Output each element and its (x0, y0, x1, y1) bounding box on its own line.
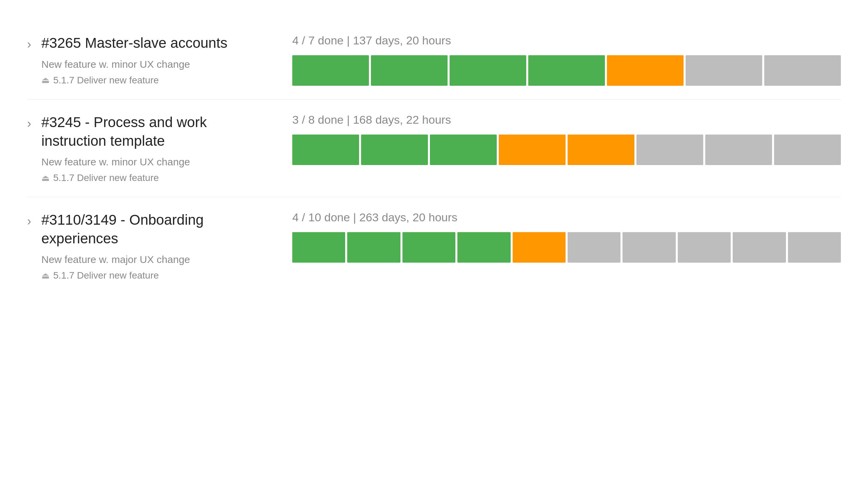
bar-segment-green (430, 135, 497, 165)
chevron-right-icon[interactable]: › (27, 117, 31, 131)
feature-item: ›#3110/3149 - Onboarding experiencesNew … (27, 197, 841, 294)
bar-segment-orange (568, 135, 634, 165)
feature-subtitle: New feature w. major UX change (41, 254, 272, 265)
stats-label: 3 / 8 done | 168 days, 22 hours (292, 113, 841, 126)
feature-progress-section: 3 / 8 done | 168 days, 22 hours (272, 113, 841, 165)
feature-info: #3265 Master-slave accountsNew feature w… (41, 34, 272, 86)
feature-tag: ⏏5.1.7 Deliver new feature (41, 270, 272, 281)
feature-info: #3245 - Process and work instruction tem… (41, 113, 272, 183)
feature-subtitle: New feature w. minor UX change (41, 156, 272, 168)
progress-bar (292, 55, 841, 86)
bar-segment-gray (764, 55, 841, 86)
feature-tag: ⏏5.1.7 Deliver new feature (41, 75, 272, 86)
stats-label: 4 / 7 done | 137 days, 20 hours (292, 34, 841, 47)
bar-segment-gray (705, 135, 772, 165)
feature-subtitle: New feature w. minor UX change (41, 59, 272, 70)
feature-progress-section: 4 / 7 done | 137 days, 20 hours (272, 34, 841, 86)
feature-item: ›#3265 Master-slave accountsNew feature … (27, 20, 841, 100)
bar-segment-green (292, 232, 345, 263)
bar-segment-green (450, 55, 526, 86)
bar-segment-gray (774, 135, 841, 165)
bar-segment-green (361, 135, 428, 165)
tag-label: 5.1.7 Deliver new feature (53, 270, 159, 281)
bar-segment-gray (678, 232, 731, 263)
tag-label: 5.1.7 Deliver new feature (53, 75, 159, 86)
bar-segment-gray (636, 135, 703, 165)
tag-icon: ⏏ (41, 75, 50, 85)
bar-segment-gray (733, 232, 786, 263)
stats-label: 4 / 10 done | 263 days, 20 hours (292, 211, 841, 224)
tag-icon: ⏏ (41, 173, 50, 183)
chevron-right-icon[interactable]: › (27, 37, 31, 52)
feature-title[interactable]: #3245 - Process and work instruction tem… (41, 113, 272, 150)
tag-icon: ⏏ (41, 270, 50, 281)
feature-info: #3110/3149 - Onboarding experiencesNew f… (41, 211, 272, 281)
main-container: ›#3265 Master-slave accountsNew feature … (0, 0, 868, 315)
bar-segment-green (292, 55, 369, 86)
feature-item: ›#3245 - Process and work instruction te… (27, 100, 841, 197)
progress-bar (292, 232, 841, 263)
chevron-right-icon[interactable]: › (27, 214, 31, 228)
bar-segment-green (292, 135, 359, 165)
bar-segment-green (347, 232, 400, 263)
bar-segment-green (371, 55, 448, 86)
bar-segment-gray (788, 232, 841, 263)
bar-segment-gray (686, 55, 762, 86)
bar-segment-gray (568, 232, 620, 263)
feature-tag: ⏏5.1.7 Deliver new feature (41, 172, 272, 183)
bar-segment-green (528, 55, 605, 86)
bar-segment-green (402, 232, 455, 263)
bar-segment-orange (607, 55, 684, 86)
tag-label: 5.1.7 Deliver new feature (53, 172, 159, 183)
bar-segment-green (457, 232, 510, 263)
bar-segment-orange (499, 135, 566, 165)
feature-progress-section: 4 / 10 done | 263 days, 20 hours (272, 211, 841, 263)
progress-bar (292, 135, 841, 165)
bar-segment-gray (623, 232, 675, 263)
feature-title[interactable]: #3110/3149 - Onboarding experiences (41, 211, 272, 248)
bar-segment-orange (513, 232, 566, 263)
feature-title[interactable]: #3265 Master-slave accounts (41, 34, 272, 53)
